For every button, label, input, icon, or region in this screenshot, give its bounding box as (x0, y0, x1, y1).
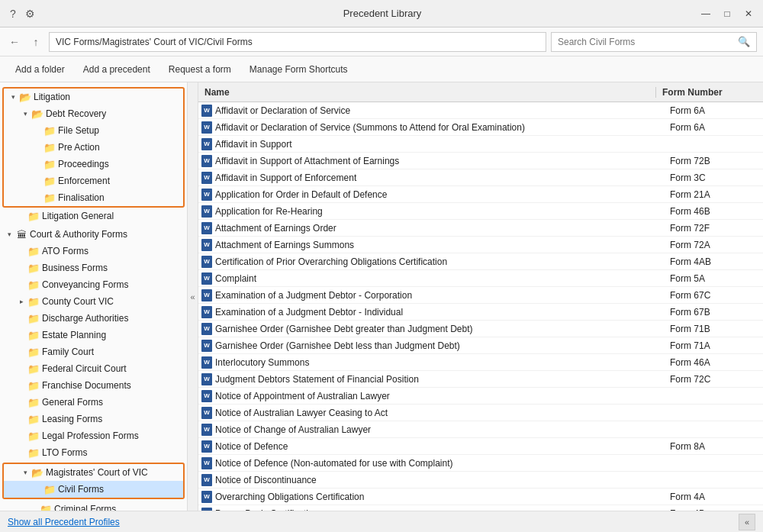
row-name: W Affidavit or Declaration of Service (198, 105, 664, 117)
table-row[interactable]: W Judgment Debtors Statement of Financia… (198, 371, 763, 388)
table-row[interactable]: W Affidavit or Declaration of Service Fo… (198, 102, 763, 119)
table-row[interactable]: W Overarching Obligations Certification … (198, 488, 763, 505)
table-row[interactable]: W Notice of Australian Lawyer Ceasing to… (198, 405, 763, 421)
word-doc-icon: W (201, 306, 212, 318)
sidebar-item-criminal-forms[interactable]: 📁 Criminal Forms (0, 501, 187, 511)
word-doc-icon: W (201, 239, 212, 251)
sidebar-item-conveyancing[interactable]: 📁 Conveyancing Forms (0, 276, 187, 293)
expand-arrow (15, 295, 27, 308)
table-row[interactable]: W Notice of Defence (Non-automated for u… (198, 455, 763, 472)
table-row[interactable]: W Affidavit or Declaration of Service (S… (198, 119, 763, 136)
word-doc-icon: W (201, 121, 212, 134)
sidebar-item-general-forms[interactable]: 📁 General Forms (0, 394, 187, 411)
sidebar-item-label: Court & Authority Forms (30, 229, 127, 240)
word-doc-icon: W (201, 105, 212, 117)
row-name: W Notice of Discontinuance (198, 474, 664, 486)
sidebar-item-file-setup[interactable]: 📁 File Setup (4, 122, 183, 139)
row-name: W Complaint (198, 272, 664, 285)
sidebar-item-finalisation[interactable]: 📁 Finalisation (4, 189, 183, 206)
word-doc-icon: W (201, 323, 212, 335)
sidebar-item-litigation[interactable]: 📂 Litigation (4, 89, 183, 105)
sidebar-item-discharge[interactable]: 📁 Discharge Authorities (0, 310, 187, 327)
request-form-button[interactable]: Request a form (161, 60, 239, 79)
maximize-button[interactable]: □ (719, 5, 736, 22)
add-precedent-button[interactable]: Add a precedent (76, 60, 158, 79)
sidebar-collapse-button[interactable]: « (188, 82, 198, 511)
sidebar-item-family-court[interactable]: 📁 Family Court (0, 343, 187, 360)
sidebar-item-county-court[interactable]: 📁 County Court VIC (0, 293, 187, 310)
search-input[interactable] (558, 37, 738, 47)
table-row[interactable]: W Certification of Prior Overarching Obl… (198, 253, 763, 270)
table-row[interactable]: W Examination of a Judgment Debtor - Ind… (198, 304, 763, 321)
row-formnumber: Form 4AB (664, 256, 763, 267)
add-folder-button[interactable]: Add a folder (8, 60, 72, 79)
minimize-button[interactable]: — (697, 5, 714, 22)
table-row[interactable]: W Application for Order in Default of De… (198, 186, 763, 203)
litigation-group: 📂 Litigation 📂 Debt Recovery 📁 File Setu… (2, 87, 185, 208)
sidebar-item-ato[interactable]: 📁 ATO Forms (0, 243, 187, 260)
table-row[interactable]: W Attachment of Earnings Order Form 72F (198, 220, 763, 237)
table-row[interactable]: W Affidavit in Support (198, 136, 763, 153)
close-button[interactable]: ✕ (740, 5, 757, 22)
sidebar-item-franchise[interactable]: 📁 Franchise Documents (0, 377, 187, 394)
row-name: W Affidavit or Declaration of Service (S… (198, 121, 664, 134)
sidebar-item-label: Proceedings (58, 159, 109, 169)
sidebar-item-court-authority[interactable]: 🏛 Court & Authority Forms (0, 226, 187, 243)
table-row[interactable]: W Notice of Discontinuance (198, 472, 763, 488)
row-name: W Examination of a Judgment Debtor - Ind… (198, 306, 664, 318)
row-name: W Judgment Debtors Statement of Financia… (198, 373, 664, 385)
row-formnumber: Form 72B (664, 156, 763, 166)
row-name: W Notice of Defence (Non-automated for u… (198, 457, 664, 469)
word-doc-icon: W (201, 390, 212, 402)
sidebar-item-label: Debt Recovery (46, 108, 106, 119)
row-name: W Garnishee Order (Garnishee Debt less t… (198, 340, 664, 352)
sidebar-item-enforcement[interactable]: 📁 Enforcement (4, 172, 183, 189)
settings-icon[interactable]: ⚙ (23, 7, 37, 21)
sidebar-item-litigation-general[interactable]: 📁 Litigation General (0, 208, 187, 224)
back-button[interactable]: ← (6, 34, 23, 50)
sidebar-item-debt-recovery[interactable]: 📂 Debt Recovery (4, 105, 183, 122)
search-box[interactable]: 🔍 (551, 32, 757, 52)
row-name: W Affidavit in Support (198, 138, 664, 150)
search-icon: 🔍 (738, 36, 750, 47)
sidebar-item-federal-circuit[interactable]: 📁 Federal Circuit Court (0, 360, 187, 377)
address-box[interactable]: VIC Forms/Magistrates' Court of VIC/Civi… (49, 32, 546, 52)
sidebar-item-label: Business Forms (42, 263, 108, 273)
table-row[interactable]: W Examination of a Judgment Debtor - Cor… (198, 287, 763, 304)
sidebar-item-lto[interactable]: 📁 LTO Forms (0, 444, 187, 461)
table-row[interactable]: W Affidavit in Support of Enforcement Fo… (198, 169, 763, 186)
sidebar-item-legal-profession[interactable]: 📁 Legal Profession Forms (0, 427, 187, 444)
table-row[interactable]: W Notice of Appointment of Australian La… (198, 388, 763, 405)
show-precedent-profiles-link[interactable]: Show all Precedent Profiles (8, 517, 120, 527)
sidebar-item-estate[interactable]: 📁 Estate Planning (0, 327, 187, 343)
table-body: W Affidavit or Declaration of Service Fo… (198, 102, 763, 511)
sidebar-item-business[interactable]: 📁 Business Forms (0, 260, 187, 276)
sidebar-item-leasing[interactable]: 📁 Leasing Forms (0, 411, 187, 427)
sidebar-item-proceedings[interactable]: 📁 Proceedings (4, 156, 183, 172)
sidebar-item-magistrates-vic[interactable]: 📂 Magistrates' Court of VIC (4, 464, 183, 481)
manage-shortcuts-button[interactable]: Manage Form Shortcuts (242, 60, 356, 79)
row-formnumber: Form 6A (664, 105, 763, 116)
sidebar-item-label: Estate Planning (42, 330, 106, 340)
help-icon[interactable]: ? (6, 7, 20, 21)
table-row[interactable]: W Interlocutory Summons Form 46A (198, 354, 763, 371)
word-doc-icon: W (201, 138, 212, 150)
table-row[interactable]: W Notice of Change of Australian Lawyer (198, 421, 763, 438)
sidebar-item-pre-action[interactable]: 📁 Pre Action (4, 139, 183, 156)
sidebar-item-civil-forms[interactable]: 📁 Civil Forms (4, 481, 183, 498)
up-button[interactable]: ↑ (27, 34, 44, 50)
table-row[interactable]: W Application for Re-Hearing Form 46B (198, 203, 763, 220)
collapse-sidebar-button[interactable]: « (739, 514, 755, 530)
table-row[interactable]: W Affidavit in Support of Attachment of … (198, 153, 763, 169)
table-row[interactable]: W Attachment of Earnings Summons Form 72… (198, 237, 763, 253)
word-doc-icon: W (201, 172, 212, 184)
sidebar-item-label: Leasing Forms (42, 414, 102, 424)
row-name: W Proper Basis Certification (198, 508, 664, 511)
table-row[interactable]: W Garnishee Order (Garnishee Debt less t… (198, 337, 763, 354)
table-row[interactable]: W Garnishee Order (Garnishee Debt greate… (198, 321, 763, 337)
row-formnumber: Form 71A (664, 340, 763, 351)
table-row[interactable]: W Proper Basis Certification Form 4B (198, 505, 763, 511)
table-row[interactable]: W Notice of Defence Form 8A (198, 438, 763, 455)
folder-icon: 📁 (27, 210, 40, 222)
table-row[interactable]: W Complaint Form 5A (198, 270, 763, 287)
